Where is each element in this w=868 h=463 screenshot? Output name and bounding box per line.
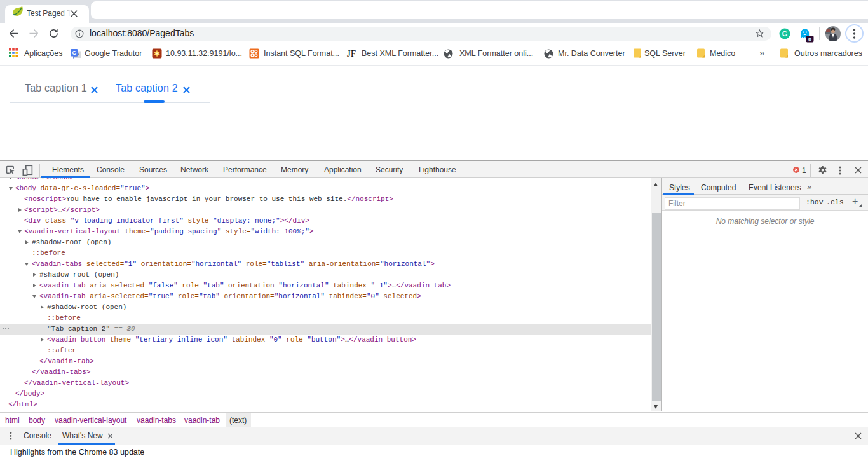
svg-text:G: G (782, 30, 788, 38)
svg-text:G: G (72, 50, 76, 56)
svg-text:0: 0 (808, 36, 811, 43)
